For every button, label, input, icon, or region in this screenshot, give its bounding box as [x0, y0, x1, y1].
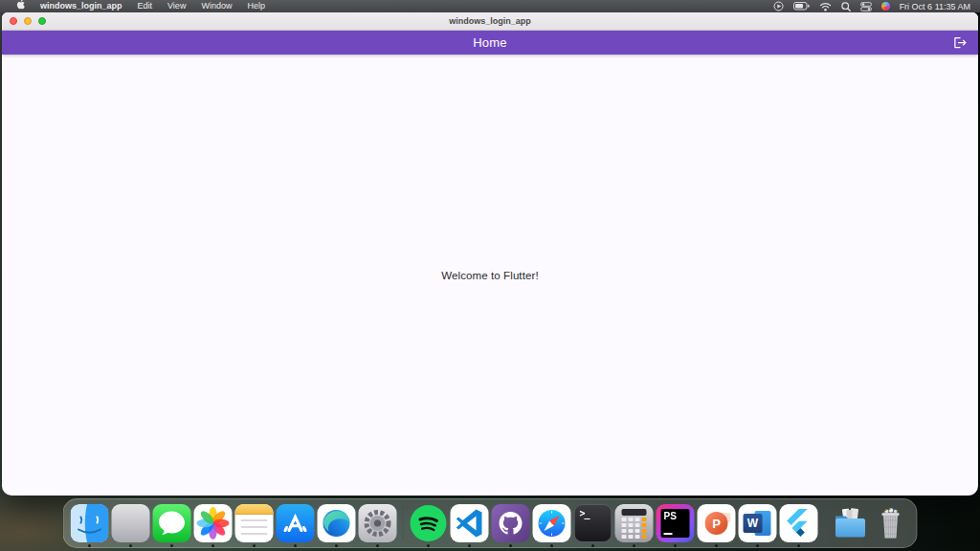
dock-flutter-icon[interactable]: [780, 504, 818, 542]
dock-terminal-icon[interactable]: >_: [574, 504, 612, 542]
dock-trash-icon[interactable]: [872, 504, 910, 542]
menubar-app-name[interactable]: windows_login_app: [33, 0, 129, 12]
menu-bar: windows_login_app Edit View Window Help: [0, 0, 980, 12]
minimize-button[interactable]: [24, 17, 32, 25]
window-content: Welcome to Flutter!: [2, 55, 978, 496]
dock-messages-icon[interactable]: [153, 504, 191, 542]
control-center-icon[interactable]: [860, 2, 872, 11]
dock-downloads-folder-icon[interactable]: [831, 504, 869, 542]
dock-photos-icon[interactable]: [194, 504, 233, 542]
terminal-prompt-glyph: >_: [575, 505, 590, 518]
dock-spotify-icon[interactable]: [410, 504, 448, 542]
dock-phpstorm-icon[interactable]: PS: [657, 504, 695, 542]
battery-icon[interactable]: [793, 2, 810, 11]
dock-github-icon[interactable]: [492, 504, 530, 542]
dock-separator: [824, 506, 825, 540]
powerpoint-logo-text: P: [705, 512, 728, 535]
dock-calculator-icon[interactable]: [615, 504, 654, 542]
spotlight-search-icon[interactable]: [841, 2, 851, 11]
window-titlebar[interactable]: windows_login_app: [2, 12, 978, 31]
dock-launchpad-icon[interactable]: [112, 504, 150, 542]
dock-app-store-icon[interactable]: [277, 504, 315, 542]
welcome-message: Welcome to Flutter!: [441, 270, 538, 281]
traffic-lights: [10, 12, 46, 30]
logout-button[interactable]: [952, 35, 968, 51]
dock-notes-icon[interactable]: [235, 504, 274, 542]
dock-settings-icon[interactable]: [359, 504, 397, 542]
dock-powerpoint-icon[interactable]: P: [698, 504, 736, 542]
dock-word-icon[interactable]: W: [739, 504, 777, 542]
menubar-clock[interactable]: Fri Oct 6 11:35 AM: [900, 2, 970, 11]
apple-icon: [16, 0, 25, 10]
page-title: Home: [473, 35, 506, 50]
apple-menu[interactable]: [10, 0, 32, 13]
dock-finder-icon[interactable]: [71, 504, 109, 542]
menu-help[interactable]: Help: [240, 0, 272, 12]
dock-vscode-icon[interactable]: [451, 504, 489, 542]
word-logo-text: W: [744, 514, 763, 533]
window-title: windows_login_app: [449, 16, 531, 26]
phpstorm-logo-text: PS: [664, 511, 677, 521]
menu-window[interactable]: Window: [194, 0, 238, 12]
dock: >_ PS P W: [63, 498, 918, 548]
logout-icon: [953, 35, 968, 50]
siri-icon[interactable]: [881, 2, 890, 11]
dock-edge-icon[interactable]: [318, 504, 356, 542]
menu-view[interactable]: View: [161, 0, 192, 12]
dock-separator: [403, 506, 404, 540]
menu-edit[interactable]: Edit: [131, 0, 160, 12]
close-button[interactable]: [10, 17, 17, 25]
wifi-icon[interactable]: [819, 2, 832, 11]
dock-safari-icon[interactable]: [533, 504, 571, 542]
zoom-button[interactable]: [38, 17, 46, 25]
app-window: windows_login_app Home Welcome to Flutte…: [2, 12, 978, 496]
now-playing-icon[interactable]: [773, 1, 784, 11]
desktop: windows_login_app Edit View Window Help: [0, 0, 980, 551]
flutter-app-bar: Home: [2, 31, 978, 55]
